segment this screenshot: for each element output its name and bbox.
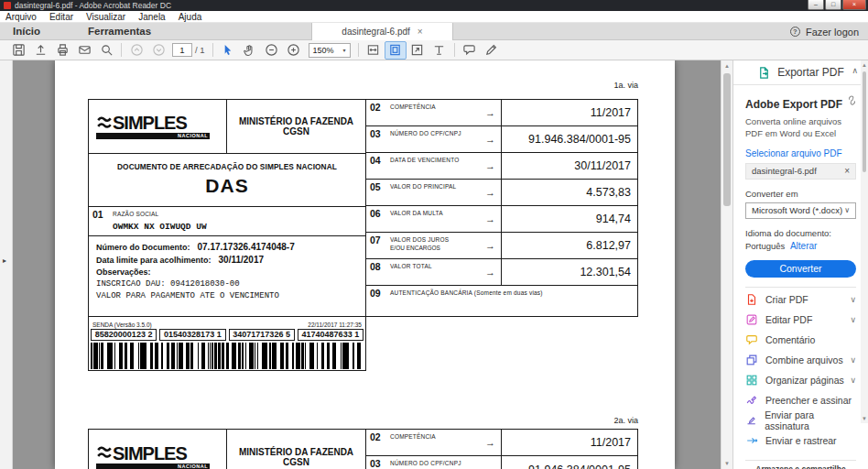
chevron-down-icon[interactable]: ∨ bbox=[850, 376, 856, 385]
selected-file-box[interactable]: dasintegral-6.pdf × bbox=[745, 163, 856, 180]
field-value: 91.946.384/0001-95 bbox=[502, 456, 637, 469]
tool-enviar-assinatura[interactable]: Enviar para assinatura bbox=[745, 410, 856, 431]
export-pdf-panel-header[interactable]: Exportar PDF ∧ bbox=[733, 60, 868, 85]
zoom-caret-icon: ▾ bbox=[343, 47, 346, 53]
tool-enviar-rastrear[interactable]: Enviar e rastrear bbox=[745, 431, 856, 451]
tab-inicio[interactable]: Início bbox=[13, 23, 40, 40]
tool-label: Comentário bbox=[765, 334, 815, 345]
menu-arquivo[interactable]: Arquivo bbox=[5, 12, 37, 22]
ministry-line2: CGSN bbox=[283, 457, 309, 467]
fit-page-icon[interactable] bbox=[385, 41, 407, 60]
generation-timestamp: 22/11/2017 11:27:35 bbox=[308, 322, 362, 328]
field-number: 03 bbox=[370, 128, 381, 139]
arrow-right-icon: → bbox=[485, 187, 495, 198]
search-icon[interactable] bbox=[95, 41, 117, 60]
nav-panel-toggle-icon[interactable]: ▸ bbox=[3, 256, 6, 265]
divider bbox=[745, 287, 856, 288]
menu-janela[interactable]: Janela bbox=[138, 12, 165, 22]
field-principal: 05 VALOR DO PRINCIPAL → 4.573,83 bbox=[366, 180, 637, 206]
sidebar-scrollbar[interactable]: ▲ ▼ bbox=[861, 60, 868, 423]
previous-page-icon[interactable] bbox=[125, 41, 147, 60]
format-select[interactable]: Microsoft Word (*.docx) ∨ bbox=[745, 202, 856, 219]
tool-editar-pdf[interactable]: Editar PDF ∨ bbox=[745, 310, 856, 330]
senda-version: SENDA (Versão 3.5.0) bbox=[92, 322, 152, 328]
combine-files-icon bbox=[745, 354, 758, 366]
logo-subtitle: NACIONAL bbox=[178, 133, 208, 139]
panel-title: Exportar PDF bbox=[777, 66, 844, 79]
zoom-level-select[interactable]: 150% ▾ bbox=[309, 43, 351, 58]
minimize-button[interactable]: – bbox=[808, 0, 824, 10]
scrollbar-thumb[interactable] bbox=[723, 73, 731, 206]
sign-in-label[interactable]: Fazer logon bbox=[806, 27, 859, 38]
logo-word: SIMPLES bbox=[113, 114, 187, 132]
footer-text-line1: Armazene e compartilhe arquivos na bbox=[745, 464, 856, 469]
field-multa: 06 VALOR DA MULTA → 914,74 bbox=[366, 206, 637, 233]
hand-tool-icon[interactable] bbox=[239, 41, 261, 60]
convert-button[interactable]: Converter bbox=[745, 260, 856, 278]
fill-sign-icon bbox=[745, 394, 758, 407]
reading-mode-icon[interactable] bbox=[429, 41, 450, 60]
menu-editar[interactable]: Editar bbox=[49, 12, 73, 22]
fullscreen-icon[interactable] bbox=[407, 41, 429, 60]
scroll-down-icon[interactable]: ▼ bbox=[722, 461, 732, 466]
ministry-cell: MINISTÉRIO DA FAZENDA CGSN bbox=[227, 430, 365, 469]
tool-preencher-assinar[interactable]: Preencher e assinar bbox=[745, 390, 856, 410]
tools-list: Criar PDF ∨ Editar PDF ∨ Comentário Comb… bbox=[745, 289, 856, 451]
field-label: COMPETÊNCIA bbox=[390, 104, 436, 110]
collapse-chevron-icon[interactable]: ∧ bbox=[852, 66, 858, 75]
select-file-link[interactable]: Selecionar arquivo PDF bbox=[745, 148, 856, 158]
clear-file-icon[interactable]: × bbox=[844, 166, 850, 176]
form-right-column: 02 COMPETÊNCIA → 11/2017 03 NÚMERO DO CP… bbox=[365, 99, 638, 317]
form-left-column: SIMPLES NACIONAL MINISTÉRIO DA FAZENDA C… bbox=[88, 99, 366, 371]
field-value: 91.946.384/0001-95 bbox=[502, 126, 637, 152]
tool-organizar-paginas[interactable]: Organizar páginas ∨ bbox=[745, 370, 856, 390]
email-icon[interactable] bbox=[73, 41, 95, 60]
menu-ajuda[interactable]: Ajuda bbox=[179, 12, 202, 22]
fit-width-icon[interactable] bbox=[363, 41, 385, 60]
tab-ferramentas[interactable]: Ferramentas bbox=[88, 23, 151, 40]
zoom-in-icon[interactable] bbox=[283, 41, 305, 60]
chevron-down-icon[interactable]: ∨ bbox=[850, 295, 856, 304]
pencil-icon[interactable] bbox=[481, 41, 503, 60]
menu-visualizar[interactable]: Visualizar bbox=[86, 12, 125, 22]
chevron-down-icon[interactable]: ∨ bbox=[850, 355, 856, 365]
scroll-up-icon[interactable]: ▲ bbox=[722, 63, 732, 69]
page-number-input[interactable]: 1 bbox=[172, 43, 192, 57]
field-label: NÚMERO DO CPF/CNPJ bbox=[390, 130, 461, 136]
help-icon[interactable]: ? bbox=[790, 27, 800, 37]
field-value: 11/2017 bbox=[502, 430, 637, 455]
change-language-link[interactable]: Alterar bbox=[790, 241, 817, 251]
scrollbar-thumb[interactable] bbox=[863, 71, 866, 172]
document-scrollbar[interactable]: ▲ ▼ bbox=[721, 60, 732, 469]
save-icon[interactable] bbox=[7, 41, 29, 60]
maximize-button[interactable]: □ bbox=[825, 0, 841, 10]
chevron-down-icon: ∨ bbox=[844, 206, 850, 214]
panel-description: Converta online arquivos PDF em Word ou … bbox=[745, 116, 856, 140]
chevron-down-icon[interactable]: ∨ bbox=[850, 315, 856, 324]
tool-combine-arquivos[interactable]: Combine arquivos ∨ bbox=[745, 350, 856, 370]
observation-line1: INSCRICAO DAU: 09412018030-00 bbox=[96, 279, 358, 289]
pdf-page: 1a. via SIMPLES NACIONAL bbox=[55, 60, 675, 469]
share-upload-icon[interactable] bbox=[29, 41, 51, 60]
tool-comentario[interactable]: Comentário bbox=[745, 330, 856, 350]
scroll-down-icon[interactable]: ▼ bbox=[861, 416, 868, 421]
tab-close-icon[interactable]: × bbox=[418, 27, 423, 37]
tab-document[interactable]: dasintegral-6.pdf × bbox=[311, 23, 453, 40]
zoom-out-icon[interactable] bbox=[261, 41, 283, 60]
next-page-icon[interactable] bbox=[147, 41, 169, 60]
close-window-button[interactable]: × bbox=[842, 0, 866, 10]
document-abbreviation: DAS bbox=[89, 175, 365, 197]
tool-criar-pdf[interactable]: Criar PDF ∨ bbox=[745, 289, 856, 310]
print-icon[interactable] bbox=[51, 41, 73, 60]
tool-label: Enviar para assinatura bbox=[765, 409, 856, 431]
export-pdf-icon bbox=[757, 66, 771, 80]
language-value: Português bbox=[745, 241, 785, 251]
field-number: 02 bbox=[370, 102, 381, 113]
arrow-right-icon: → bbox=[485, 160, 495, 171]
tool-label: Combine arquivos bbox=[765, 354, 843, 365]
field-label: VALOR DA MULTA bbox=[390, 210, 443, 216]
scroll-up-icon[interactable]: ▲ bbox=[861, 62, 868, 68]
sign-in-area[interactable]: ? Fazer logon bbox=[790, 23, 859, 40]
select-tool-icon[interactable] bbox=[217, 41, 239, 60]
comment-icon[interactable] bbox=[459, 41, 481, 60]
